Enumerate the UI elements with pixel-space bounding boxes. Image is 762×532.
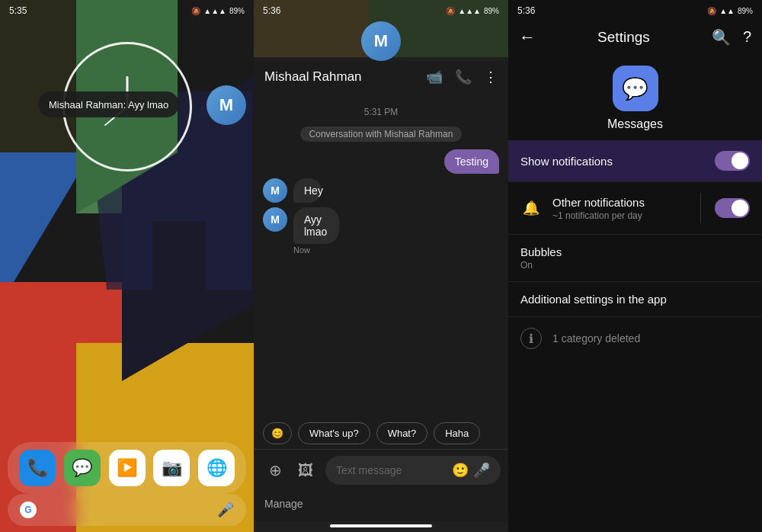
msg-status-icons: 🔕 ▲▲▲ 89% xyxy=(446,7,499,15)
additional-settings-item[interactable]: Additional settings in the app xyxy=(508,282,762,317)
bubbles-text: Bubbles On xyxy=(520,245,750,271)
help-icon[interactable]: ? xyxy=(743,28,751,46)
notification-text: Mishaal Rahman: Ayy lmao xyxy=(49,99,168,111)
other-notifications-item[interactable]: 🔔 Other notifications ~1 notification pe… xyxy=(508,182,762,235)
msg-input-row: ⊕ 🖼 Text message 🙂 🎤 xyxy=(254,449,508,491)
settings-app-info: 💬 Messages xyxy=(508,53,762,140)
settings-status-icons: 🔕 ▲▲ 89% xyxy=(707,7,753,15)
other-notifications-text: Other notifications ~1 notification per … xyxy=(552,196,687,221)
info-item: ℹ 1 category deleted xyxy=(508,317,762,360)
status-icons: 🔕 ▲▲▲ 89% xyxy=(191,7,245,15)
mute-icon: 🔕 xyxy=(191,7,200,15)
quick-reply-what[interactable]: What? xyxy=(376,422,428,444)
msg-status-bar: 5:36 🔕 ▲▲▲ 89% xyxy=(254,0,508,21)
messages-panel: 5:36 🔕 ▲▲▲ 89% M Mishaal Rahman 📹 📞 ⋮ 5:… xyxy=(254,0,508,532)
msg-recv-row-ayy: M Ayy lmao Now xyxy=(263,207,499,255)
dock-camera-icon[interactable]: 📷 xyxy=(153,450,190,486)
settings-title: Settings xyxy=(597,29,650,46)
settings-status-bar: 5:36 🔕 ▲▲ 89% xyxy=(508,0,762,21)
settings-list: Show notifications 🔔 Other notifications… xyxy=(508,140,762,532)
msg-recv-bubble-hey: Hey xyxy=(293,178,322,203)
app-icon: 💬 xyxy=(613,66,658,111)
info-icon: ℹ xyxy=(520,328,542,349)
bubbles-item[interactable]: Bubbles On xyxy=(508,235,762,282)
google-logo: G xyxy=(20,502,37,518)
show-notifications-item[interactable]: Show notifications xyxy=(508,140,762,182)
status-time: 5:35 xyxy=(9,5,27,16)
msg-timestamp: 5:31 PM xyxy=(263,107,499,117)
msg-body: 5:31 PM Conversation with Mishaal Rahman… xyxy=(254,93,508,418)
settings-battery: 89% xyxy=(738,7,753,15)
settings-header-icons: 🔍 ? xyxy=(712,28,751,46)
other-notifications-sublabel: ~1 notification per day xyxy=(552,210,687,221)
video-call-icon[interactable]: 📹 xyxy=(426,69,443,85)
quick-reply-haha[interactable]: Haha xyxy=(434,422,480,444)
msg-mute-icon: 🔕 xyxy=(446,7,455,15)
msg-input-extras: 🙂 🎤 xyxy=(452,462,490,479)
app-name: Messages xyxy=(607,117,663,131)
quick-reply-whatsup[interactable]: What's up? xyxy=(298,422,370,444)
msg-conv-label: Conversation with Mishaal Rahman xyxy=(300,127,463,142)
settings-signal-icon: ▲▲ xyxy=(719,7,735,15)
bubbles-label: Bubbles xyxy=(520,245,750,258)
msg-input-actions: ⊕ 🖼 xyxy=(261,457,319,484)
msg-contact-row: Mishaal Rahman 📹 📞 ⋮ xyxy=(254,61,508,93)
settings-header: ← Settings 🔍 ? xyxy=(508,21,762,53)
settings-mute-icon: 🔕 xyxy=(707,7,716,15)
bell-icon: 🔔 xyxy=(520,197,542,219)
search-icon[interactable]: 🔍 xyxy=(712,28,731,46)
msg-manage[interactable]: Manage xyxy=(254,491,508,521)
recv-avatar-hey: M xyxy=(263,178,287,203)
phone-call-icon[interactable]: 📞 xyxy=(455,69,472,85)
show-notifications-label: Show notifications xyxy=(520,155,704,168)
search-bar[interactable]: G 🎤 xyxy=(8,494,246,526)
msg-input-placeholder: Text message xyxy=(336,464,402,476)
msg-recv-row-hey: M Hey xyxy=(263,178,499,203)
notification-bubble[interactable]: Mishaal Rahman: Ayy lmao xyxy=(38,91,179,117)
dock-messages-icon[interactable]: 💬 xyxy=(64,450,101,486)
msg-signal-icon: ▲▲▲ xyxy=(458,7,481,15)
dock: 📞 💬 ▶️ 📷 🌐 xyxy=(8,442,246,494)
bubbles-sublabel: On xyxy=(520,260,750,271)
mic-icon[interactable]: 🎤 xyxy=(473,462,490,479)
home-indicator xyxy=(330,524,432,527)
contact-avatar: M xyxy=(207,85,246,125)
divider xyxy=(700,193,701,223)
msg-input-field[interactable]: Text message 🙂 🎤 xyxy=(325,456,501,485)
emoji-icon[interactable]: 🙂 xyxy=(452,462,469,479)
info-text: 1 category deleted xyxy=(552,332,640,345)
msg-recv-time: Now xyxy=(293,245,358,255)
additional-settings-text: Additional settings in the app xyxy=(520,293,750,306)
back-button[interactable]: ← xyxy=(519,27,536,47)
signal-icon: ▲▲▲ xyxy=(203,7,226,15)
status-bar: 5:35 🔕 ▲▲▲ 89% xyxy=(0,0,254,21)
dock-chrome-icon[interactable]: 🌐 xyxy=(198,450,235,486)
msg-sent-bubble: Testing xyxy=(444,149,499,174)
msg-action-icons[interactable]: 📹 📞 ⋮ xyxy=(426,69,498,85)
msg-status-time: 5:36 xyxy=(263,5,280,16)
msg-contact-avatar: M xyxy=(361,21,401,61)
dock-play-icon[interactable]: ▶️ xyxy=(109,450,146,486)
settings-time: 5:36 xyxy=(517,5,535,16)
more-options-icon[interactable]: ⋮ xyxy=(484,69,498,85)
show-notifications-toggle[interactable] xyxy=(715,151,750,171)
msg-contact-name: Mishaal Rahman xyxy=(264,69,362,85)
dock-phone-icon[interactable]: 📞 xyxy=(19,450,56,486)
manage-label: Manage xyxy=(264,498,303,510)
msg-quick-replies: 😊 What's up? What? Haha xyxy=(254,418,508,449)
msg-battery-icon: 89% xyxy=(484,7,499,15)
add-attachment-btn[interactable]: ⊕ xyxy=(261,457,289,484)
media-btn[interactable]: 🖼 xyxy=(292,457,319,484)
battery-icon: 89% xyxy=(229,7,245,15)
assistant-icon: 🎤 xyxy=(217,502,234,518)
other-notifications-label: Other notifications xyxy=(552,196,687,209)
recv-avatar-ayy: M xyxy=(263,207,287,232)
show-notifications-text: Show notifications xyxy=(520,155,704,168)
settings-panel: 5:36 🔕 ▲▲ 89% ← Settings 🔍 ? 💬 Messages … xyxy=(508,0,762,532)
msg-recv-bubble-ayy: Ayy lmao xyxy=(293,207,339,244)
home-screen-panel: 5:35 🔕 ▲▲▲ 89% Mishaal Rahman: Ayy lmao … xyxy=(0,0,254,532)
other-notifications-toggle[interactable] xyxy=(715,198,750,218)
quick-reply-emoji[interactable]: 😊 xyxy=(263,422,292,444)
additional-settings-label: Additional settings in the app xyxy=(520,293,750,306)
